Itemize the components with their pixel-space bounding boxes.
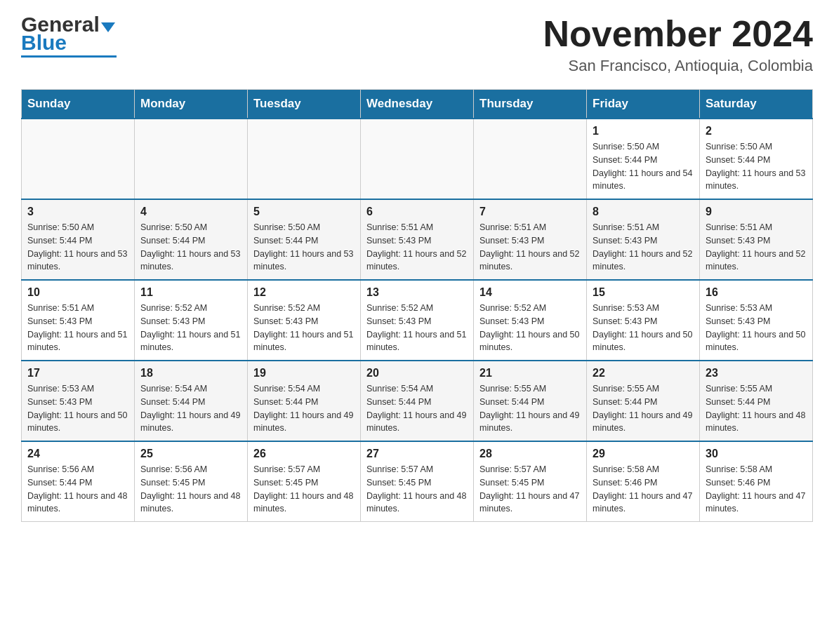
title-section: November 2024 San Francisco, Antioquia, … <box>543 14 813 75</box>
day-cell: 22Sunrise: 5:55 AMSunset: 5:44 PMDayligh… <box>587 361 700 441</box>
day-number: 19 <box>253 367 355 380</box>
day-cell <box>361 119 474 199</box>
day-cell: 7Sunrise: 5:51 AMSunset: 5:43 PMDaylight… <box>474 199 587 280</box>
week-row-1: 1Sunrise: 5:50 AMSunset: 5:44 PMDaylight… <box>22 119 813 199</box>
day-cell <box>135 119 248 199</box>
day-cell: 9Sunrise: 5:51 AMSunset: 5:43 PMDaylight… <box>700 199 813 280</box>
day-number: 20 <box>366 367 468 380</box>
day-number: 1 <box>593 125 694 137</box>
day-cell: 5Sunrise: 5:50 AMSunset: 5:44 PMDaylight… <box>248 199 361 280</box>
day-number: 15 <box>593 286 694 299</box>
header-saturday: Saturday <box>700 90 813 119</box>
day-cell: 24Sunrise: 5:56 AMSunset: 5:44 PMDayligh… <box>22 441 135 522</box>
day-number: 18 <box>140 367 241 380</box>
day-number: 2 <box>706 125 807 137</box>
day-cell: 25Sunrise: 5:56 AMSunset: 5:45 PMDayligh… <box>135 441 248 522</box>
day-cell: 17Sunrise: 5:53 AMSunset: 5:43 PMDayligh… <box>22 361 135 441</box>
day-number: 30 <box>706 448 807 460</box>
month-title: November 2024 <box>543 14 813 54</box>
week-row-5: 24Sunrise: 5:56 AMSunset: 5:44 PMDayligh… <box>22 441 813 522</box>
week-row-3: 10Sunrise: 5:51 AMSunset: 5:43 PMDayligh… <box>22 280 813 361</box>
logo-underline <box>21 55 117 58</box>
day-cell: 12Sunrise: 5:52 AMSunset: 5:43 PMDayligh… <box>248 280 361 361</box>
day-number: 22 <box>593 367 694 380</box>
calendar-header-row: Sunday Monday Tuesday Wednesday Thursday… <box>22 90 813 119</box>
day-number: 10 <box>27 286 128 299</box>
day-info: Sunrise: 5:50 AMSunset: 5:44 PMDaylight:… <box>140 221 241 274</box>
day-cell: 16Sunrise: 5:53 AMSunset: 5:43 PMDayligh… <box>700 280 813 361</box>
day-number: 13 <box>366 286 468 299</box>
day-number: 28 <box>479 448 581 460</box>
day-cell: 29Sunrise: 5:58 AMSunset: 5:46 PMDayligh… <box>587 441 700 522</box>
day-cell: 20Sunrise: 5:54 AMSunset: 5:44 PMDayligh… <box>361 361 474 441</box>
day-cell: 19Sunrise: 5:54 AMSunset: 5:44 PMDayligh… <box>248 361 361 441</box>
header-tuesday: Tuesday <box>248 90 361 119</box>
day-number: 27 <box>366 448 468 460</box>
day-cell: 15Sunrise: 5:53 AMSunset: 5:43 PMDayligh… <box>587 280 700 361</box>
day-number: 25 <box>140 448 241 460</box>
day-number: 26 <box>253 448 355 460</box>
day-info: Sunrise: 5:50 AMSunset: 5:44 PMDaylight:… <box>706 140 807 193</box>
day-info: Sunrise: 5:52 AMSunset: 5:43 PMDaylight:… <box>253 302 355 354</box>
day-number: 29 <box>593 448 694 460</box>
day-number: 17 <box>27 367 128 380</box>
day-cell: 13Sunrise: 5:52 AMSunset: 5:43 PMDayligh… <box>361 280 474 361</box>
day-info: Sunrise: 5:53 AMSunset: 5:43 PMDaylight:… <box>593 302 694 354</box>
day-cell: 27Sunrise: 5:57 AMSunset: 5:45 PMDayligh… <box>361 441 474 522</box>
day-cell: 18Sunrise: 5:54 AMSunset: 5:44 PMDayligh… <box>135 361 248 441</box>
day-number: 9 <box>706 206 807 218</box>
logo: General Blue <box>21 14 117 58</box>
day-info: Sunrise: 5:58 AMSunset: 5:46 PMDaylight:… <box>593 463 694 516</box>
day-info: Sunrise: 5:52 AMSunset: 5:43 PMDaylight:… <box>366 302 468 354</box>
day-number: 6 <box>366 206 468 218</box>
day-info: Sunrise: 5:51 AMSunset: 5:43 PMDaylight:… <box>593 221 694 274</box>
day-info: Sunrise: 5:56 AMSunset: 5:45 PMDaylight:… <box>140 463 241 516</box>
day-info: Sunrise: 5:54 AMSunset: 5:44 PMDaylight:… <box>366 382 468 435</box>
day-cell: 8Sunrise: 5:51 AMSunset: 5:43 PMDaylight… <box>587 199 700 280</box>
day-cell <box>474 119 587 199</box>
day-cell: 4Sunrise: 5:50 AMSunset: 5:44 PMDaylight… <box>135 199 248 280</box>
day-info: Sunrise: 5:54 AMSunset: 5:44 PMDaylight:… <box>253 382 355 435</box>
day-cell: 11Sunrise: 5:52 AMSunset: 5:43 PMDayligh… <box>135 280 248 361</box>
day-info: Sunrise: 5:51 AMSunset: 5:43 PMDaylight:… <box>366 221 468 274</box>
day-info: Sunrise: 5:50 AMSunset: 5:44 PMDaylight:… <box>27 221 128 274</box>
week-row-2: 3Sunrise: 5:50 AMSunset: 5:44 PMDaylight… <box>22 199 813 280</box>
header-thursday: Thursday <box>474 90 587 119</box>
day-info: Sunrise: 5:52 AMSunset: 5:43 PMDaylight:… <box>479 302 581 354</box>
day-info: Sunrise: 5:57 AMSunset: 5:45 PMDaylight:… <box>253 463 355 516</box>
day-info: Sunrise: 5:50 AMSunset: 5:44 PMDaylight:… <box>253 221 355 274</box>
day-cell: 1Sunrise: 5:50 AMSunset: 5:44 PMDaylight… <box>587 119 700 199</box>
day-cell: 14Sunrise: 5:52 AMSunset: 5:43 PMDayligh… <box>474 280 587 361</box>
day-info: Sunrise: 5:58 AMSunset: 5:46 PMDaylight:… <box>706 463 807 516</box>
day-info: Sunrise: 5:51 AMSunset: 5:43 PMDaylight:… <box>479 221 581 274</box>
day-info: Sunrise: 5:57 AMSunset: 5:45 PMDaylight:… <box>366 463 468 516</box>
day-info: Sunrise: 5:55 AMSunset: 5:44 PMDaylight:… <box>479 382 581 435</box>
header-monday: Monday <box>135 90 248 119</box>
calendar-table: Sunday Monday Tuesday Wednesday Thursday… <box>21 89 813 522</box>
day-number: 24 <box>27 448 128 460</box>
day-number: 14 <box>479 286 581 299</box>
day-info: Sunrise: 5:57 AMSunset: 5:45 PMDaylight:… <box>479 463 581 516</box>
day-cell: 30Sunrise: 5:58 AMSunset: 5:46 PMDayligh… <box>700 441 813 522</box>
header-friday: Friday <box>587 90 700 119</box>
day-info: Sunrise: 5:53 AMSunset: 5:43 PMDaylight:… <box>706 302 807 354</box>
day-info: Sunrise: 5:50 AMSunset: 5:44 PMDaylight:… <box>593 140 694 193</box>
day-cell: 28Sunrise: 5:57 AMSunset: 5:45 PMDayligh… <box>474 441 587 522</box>
week-row-4: 17Sunrise: 5:53 AMSunset: 5:43 PMDayligh… <box>22 361 813 441</box>
day-cell: 3Sunrise: 5:50 AMSunset: 5:44 PMDaylight… <box>22 199 135 280</box>
day-cell: 23Sunrise: 5:55 AMSunset: 5:44 PMDayligh… <box>700 361 813 441</box>
day-cell: 10Sunrise: 5:51 AMSunset: 5:43 PMDayligh… <box>22 280 135 361</box>
header-wednesday: Wednesday <box>361 90 474 119</box>
logo-blue: Blue <box>21 31 67 54</box>
day-info: Sunrise: 5:53 AMSunset: 5:43 PMDaylight:… <box>27 382 128 435</box>
day-info: Sunrise: 5:55 AMSunset: 5:44 PMDaylight:… <box>593 382 694 435</box>
page-header: General Blue November 2024 San Francisco… <box>21 14 813 75</box>
header-sunday: Sunday <box>22 90 135 119</box>
day-info: Sunrise: 5:55 AMSunset: 5:44 PMDaylight:… <box>706 382 807 435</box>
day-cell <box>22 119 135 199</box>
day-info: Sunrise: 5:54 AMSunset: 5:44 PMDaylight:… <box>140 382 241 435</box>
day-number: 16 <box>706 286 807 299</box>
day-cell: 21Sunrise: 5:55 AMSunset: 5:44 PMDayligh… <box>474 361 587 441</box>
day-number: 4 <box>140 206 241 218</box>
day-number: 7 <box>479 206 581 218</box>
